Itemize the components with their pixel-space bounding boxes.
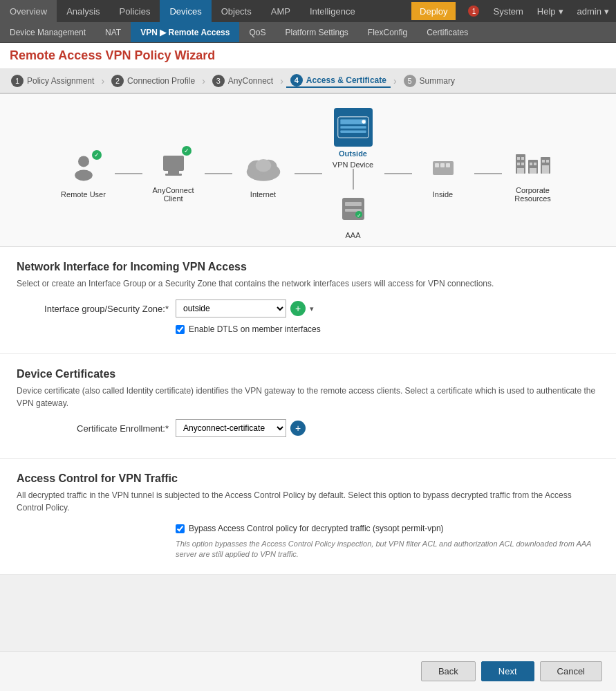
device-cert-title: Device Certificates (17, 368, 599, 380)
svg-rect-28 (517, 168, 524, 174)
svg-rect-36 (542, 165, 549, 174)
internet-icon (244, 153, 283, 183)
remote-user-node: ✓ Remote User (53, 149, 115, 199)
alert-badge: 1 (468, 6, 479, 17)
wizard-step-3[interactable]: 3 AnyConnect (208, 75, 277, 87)
nav-policies[interactable]: Policies (110, 0, 160, 22)
subnav-flexconfig[interactable]: FlexConfig (358, 22, 417, 42)
network-diagram: ✓ Remote User ✓ AnyConnect Client (0, 94, 616, 247)
cert-select[interactable]: Anyconnect-certificate Default Custom (176, 419, 286, 437)
back-button[interactable]: Back (421, 661, 476, 681)
aaa-node: ✓ AAA (322, 190, 384, 239)
help-menu[interactable]: Help ▾ (530, 6, 570, 17)
step-num-3: 3 (212, 75, 225, 87)
svg-rect-11 (340, 126, 366, 129)
svg-rect-32 (530, 168, 536, 174)
nav-amp[interactable]: AMP (261, 0, 300, 22)
device-cert-desc: Device certificate (also called Identity… (17, 385, 599, 409)
subnav-qos[interactable]: QoS (239, 22, 275, 42)
sub-navigation: Device Management NAT VPN ▶ Remote Acces… (0, 22, 616, 43)
outside-label: Outside (339, 149, 367, 158)
access-control-desc: All decrypted traffic in the VPN tunnel … (17, 489, 599, 514)
aaa-icon-wrap: ✓ (334, 190, 373, 228)
remote-user-label: Remote User (61, 190, 106, 199)
wizard-step-2[interactable]: 2 Connection Profile (107, 75, 199, 87)
svg-rect-22 (446, 163, 450, 167)
wizard-steps: 1 Policy Assignment › 2 Connection Profi… (0, 69, 616, 94)
svg-rect-2 (163, 156, 184, 171)
network-interface-section: Network Interface for Incoming VPN Acces… (0, 247, 616, 354)
corporate-node: Corporate Resources (502, 145, 564, 203)
line-2 (205, 173, 232, 174)
nav-analysis[interactable]: Analysis (57, 0, 109, 22)
bypass-checkbox-row: Bypass Access Control policy for decrypt… (176, 524, 599, 533)
cert-row: Certificate Enrollment:* Anyconnect-cert… (17, 419, 599, 437)
step-label-1: Policy Assignment (27, 76, 94, 86)
svg-rect-24 (517, 157, 520, 160)
add-interface-button[interactable]: + (290, 301, 306, 316)
line-3 (295, 173, 322, 174)
add-cert-button[interactable]: + (290, 421, 306, 436)
dtls-checkbox[interactable] (176, 325, 185, 334)
cert-label: Certificate Enrollment:* (17, 423, 176, 434)
interface-select[interactable]: outside inside dmz (176, 300, 286, 317)
step-num-1: 1 (11, 75, 24, 87)
remote-user-icon-wrap: ✓ (64, 149, 103, 187)
wizard-step-5[interactable]: 5 Summary (400, 75, 459, 87)
internet-node: Internet (232, 149, 295, 199)
device-certificates-section: Device Certificates Device certificate (… (0, 354, 616, 459)
svg-rect-35 (546, 160, 549, 163)
svg-rect-21 (440, 163, 445, 167)
wizard-step-4[interactable]: 4 Access & Certificate (286, 74, 391, 88)
page-header: Remote Access VPN Policy Wizard (0, 43, 616, 69)
svg-rect-20 (435, 163, 439, 167)
inside-node: Inside (412, 149, 474, 199)
system-menu[interactable]: System (486, 6, 530, 17)
vpn-with-outside: Outside VPN Device (322, 108, 384, 169)
dtls-label: Enable DTLS on member interfaces (189, 324, 321, 334)
admin-menu[interactable]: admin ▾ (570, 6, 616, 17)
step-label-3: AnyConnect (228, 76, 273, 86)
anyconnect-check: ✓ (182, 146, 192, 156)
vpn-device-node: Outside VPN Device (322, 108, 384, 169)
vpn-device-label: VPN Device (333, 160, 373, 169)
network-interface-title: Network Interface for Incoming VPN Acces… (17, 261, 599, 273)
wizard-arrow-2: › (202, 75, 205, 86)
next-button[interactable]: Next (481, 661, 534, 681)
footer-buttons: Back Next Cancel (0, 651, 616, 691)
subnav-certificates[interactable]: Certificates (417, 22, 478, 42)
nav-objects[interactable]: Objects (212, 0, 261, 22)
bypass-note: This option bypasses the Access Control … (176, 539, 599, 560)
line-4 (384, 173, 412, 174)
step-num-2: 2 (111, 75, 124, 87)
subnav-platform-settings[interactable]: Platform Settings (275, 22, 357, 42)
main-content: ✓ Remote User ✓ AnyConnect Client (0, 94, 616, 575)
corporate-icon (514, 150, 552, 178)
internet-icon-wrap (244, 149, 283, 187)
wizard-step-1[interactable]: 1 Policy Assignment (7, 75, 98, 87)
cancel-button[interactable]: Cancel (540, 661, 602, 681)
inside-icon-wrap (424, 149, 463, 187)
deploy-button[interactable]: Deploy (411, 2, 456, 20)
nav-intelligence[interactable]: Intelligence (300, 0, 365, 22)
svg-point-1 (75, 169, 93, 181)
network-interface-desc: Select or create an Interface Group or a… (17, 277, 599, 290)
subnav-nat[interactable]: NAT (95, 22, 131, 42)
svg-point-0 (78, 156, 89, 167)
vpn-section: Outside VPN Device ✓ (322, 108, 384, 239)
alert-indicator[interactable]: 1 (460, 6, 486, 17)
nav-overview[interactable]: Overview (0, 0, 57, 22)
nav-devices[interactable]: Devices (160, 0, 211, 22)
top-navigation: Overview Analysis Policies Devices Objec… (0, 0, 616, 22)
subnav-vpn-remote-access[interactable]: VPN ▶ Remote Access (131, 22, 239, 42)
svg-rect-34 (542, 160, 545, 163)
svg-rect-12 (340, 130, 366, 133)
subnav-device-management[interactable]: Device Management (0, 22, 95, 42)
svg-text:✓: ✓ (357, 212, 362, 219)
svg-rect-31 (534, 163, 536, 165)
inside-label: Inside (433, 190, 453, 199)
bypass-checkbox[interactable] (176, 524, 185, 533)
bypass-label: Bypass Access Control policy for decrypt… (189, 524, 444, 533)
step-label-4: Access & Certificate (306, 75, 386, 85)
svg-rect-15 (345, 202, 362, 206)
